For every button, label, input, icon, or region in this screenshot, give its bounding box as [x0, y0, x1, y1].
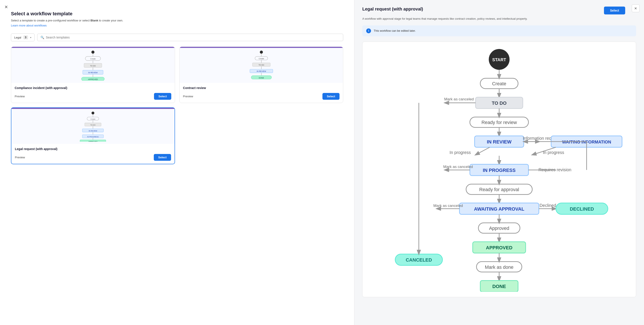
- subtitle-bold: Blank: [90, 19, 98, 22]
- card-actions-legal: Preview Select: [15, 154, 171, 161]
- mini-flow-svg-contract: Create TO DO IN REVIEW DONE: [182, 50, 341, 81]
- template-preview-contract: Create TO DO IN REVIEW DONE: [180, 48, 343, 83]
- svg-text:DONE: DONE: [259, 77, 264, 79]
- search-icon: 🔍: [40, 36, 44, 39]
- svg-text:IN REVIEW: IN REVIEW: [256, 70, 266, 72]
- svg-text:TO DO: TO DO: [258, 64, 264, 66]
- svg-point-13: [260, 50, 263, 54]
- template-card-legal[interactable]: Create TO DO IN REVIEW IN PROGRESS APPRO…: [11, 108, 175, 164]
- info-banner: i This workflow can be edited later.: [362, 25, 636, 36]
- workflow-diagram: START Create TO DO Mark as canceled Read…: [362, 42, 636, 297]
- svg-text:Create: Create: [258, 58, 264, 60]
- mark-canceled-1-label: Mark as canceled: [444, 97, 474, 101]
- svg-point-26: [92, 112, 94, 114]
- card-actions-contract: Preview Select: [183, 93, 340, 100]
- todo-label: TO DO: [492, 100, 506, 106]
- page-title: Select a workflow template: [11, 11, 343, 16]
- right-header: Legal request (with approval) Select: [362, 6, 636, 14]
- svg-line-55: [476, 147, 490, 155]
- search-box: 🔍: [37, 34, 344, 41]
- info-banner-text: This workflow can be edited later.: [374, 29, 416, 32]
- svg-text:Create: Create: [90, 118, 96, 120]
- select-button-compliance[interactable]: Select: [154, 93, 171, 100]
- mark-done-label: Mark as done: [485, 264, 514, 270]
- svg-text:TO DO: TO DO: [90, 65, 96, 67]
- filters-bar: Legal 3 ▾ 🔍: [11, 34, 343, 41]
- in-progress-2-label: In progress: [543, 150, 564, 155]
- filter-count: 3: [24, 36, 28, 39]
- card-body-legal: Legal request (with approval) Preview Se…: [12, 144, 174, 164]
- chevron-down-icon: ▾: [30, 36, 31, 39]
- svg-point-0: [92, 50, 94, 54]
- template-preview-compliance: Create TO DO IN REVIEW APPROVED: [11, 48, 175, 83]
- preview-button-legal[interactable]: Preview: [15, 156, 25, 159]
- card-body-contract: Contract review Preview Select: [180, 83, 343, 103]
- svg-text:TO DO: TO DO: [90, 124, 96, 126]
- right-description: A workflow with approval stage for legal…: [362, 16, 636, 21]
- search-input[interactable]: [46, 36, 340, 39]
- left-panel: ✕ Select a workflow template Select a te…: [0, 0, 354, 325]
- declined-label: DECLINED: [570, 206, 594, 212]
- approved-label: APPROVED: [486, 245, 512, 250]
- in-progress-label: IN PROGRESS: [483, 167, 516, 173]
- approved-action-label: Approved: [489, 226, 509, 231]
- select-button-legal[interactable]: Select: [154, 154, 171, 161]
- info-icon: i: [366, 28, 371, 33]
- ready-for-review-label: Ready for review: [482, 120, 517, 125]
- awaiting-approval-label: AWAITING APPROVAL: [474, 206, 524, 212]
- right-select-button[interactable]: Select: [604, 6, 625, 14]
- filter-label: Legal: [14, 36, 21, 39]
- template-name-contract: Contract review: [183, 86, 340, 90]
- mini-flow-svg: Create TO DO IN REVIEW APPROVED: [13, 50, 172, 81]
- learn-more-link[interactable]: Learn more about workflows: [11, 24, 46, 27]
- create-label: Create: [492, 81, 506, 86]
- workflow-svg: START Create TO DO Mark as canceled Read…: [367, 46, 632, 292]
- template-name-compliance: Compliance incident (with approval): [15, 86, 171, 90]
- requires-revision-label: Requires revision: [538, 167, 572, 172]
- templates-grid: Create TO DO IN REVIEW APPROVED Complian…: [11, 46, 343, 164]
- svg-text:APPROVED: APPROVED: [88, 141, 98, 142]
- category-filter[interactable]: Legal 3 ▾: [11, 34, 34, 41]
- start-label: START: [492, 57, 506, 62]
- close-button-right[interactable]: ✕: [632, 4, 640, 12]
- subtitle-end: to create your own.: [98, 19, 123, 22]
- right-panel: ✕ Legal request (with approval) Select A…: [354, 0, 644, 325]
- card-body-compliance: Compliance incident (with approval) Prev…: [11, 83, 175, 103]
- mini-flow-svg-legal: Create TO DO IN REVIEW IN PROGRESS APPRO…: [14, 111, 172, 142]
- template-name-legal: Legal request (with approval): [15, 147, 171, 151]
- right-panel-title: Legal request (with approval): [362, 6, 423, 12]
- subtitle-text: Select a template to create a pre-config…: [11, 19, 90, 22]
- template-card-compliance[interactable]: Create TO DO IN REVIEW APPROVED Complian…: [11, 46, 175, 103]
- svg-text:Create: Create: [90, 58, 96, 60]
- svg-text:IN PROGRESS: IN PROGRESS: [87, 136, 99, 138]
- svg-text:APPROVED: APPROVED: [88, 78, 98, 80]
- preview-button-contract[interactable]: Preview: [183, 95, 193, 98]
- svg-text:IN REVIEW: IN REVIEW: [88, 72, 98, 74]
- declined-action-label: Declined: [540, 203, 556, 208]
- mark-canceled-2-label: Mark as canceled: [443, 164, 473, 169]
- ready-for-approval-label: Ready for approval: [479, 187, 519, 192]
- canceled-label: CANCELED: [406, 257, 432, 263]
- select-button-contract[interactable]: Select: [322, 93, 340, 100]
- card-actions-compliance: Preview Select: [15, 93, 171, 100]
- in-progress-1-label: In progress: [450, 150, 471, 155]
- template-preview-legal: Create TO DO IN REVIEW IN PROGRESS APPRO…: [12, 109, 174, 144]
- template-card-contract[interactable]: Create TO DO IN REVIEW DONE Contract rev…: [180, 46, 344, 103]
- in-review-label: IN REVIEW: [487, 139, 512, 144]
- done-label: DONE: [492, 284, 506, 289]
- subtitle: Select a template to create a pre-config…: [11, 19, 343, 22]
- svg-text:IN REVIEW: IN REVIEW: [88, 130, 97, 132]
- mark-canceled-3-label: Mark as canceled: [433, 203, 463, 208]
- preview-button-compliance[interactable]: Preview: [15, 95, 25, 98]
- close-button-left[interactable]: ✕: [4, 4, 8, 10]
